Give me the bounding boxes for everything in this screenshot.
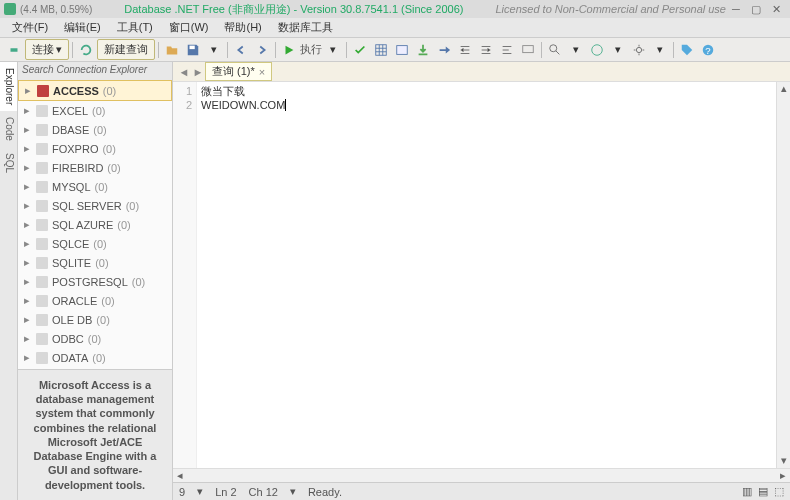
menu-edit[interactable]: 编辑(E) bbox=[56, 18, 109, 37]
expand-icon[interactable]: ▸ bbox=[24, 199, 32, 212]
left-tab-sql[interactable]: SQL bbox=[0, 147, 17, 179]
expand-icon[interactable]: ▸ bbox=[24, 294, 32, 307]
sidebar-search[interactable]: Search Connection Explorer bbox=[18, 62, 172, 80]
globe-dropdown-icon[interactable]: ▾ bbox=[608, 40, 628, 60]
tab-next-icon[interactable]: ► bbox=[191, 65, 205, 79]
expand-icon[interactable]: ▸ bbox=[25, 84, 33, 97]
svg-rect-2 bbox=[397, 45, 408, 54]
redo-icon[interactable] bbox=[252, 40, 272, 60]
tag-icon[interactable] bbox=[677, 40, 697, 60]
expand-icon[interactable]: ▸ bbox=[24, 237, 32, 250]
db-item-postgresql[interactable]: ▸POSTGRESQL (0) bbox=[18, 272, 172, 291]
execute-dropdown-icon[interactable]: ▾ bbox=[323, 40, 343, 60]
line-gutter: 1 2 bbox=[173, 82, 197, 468]
left-tab-explorer[interactable]: Explorer bbox=[0, 62, 17, 111]
scroll-right-icon[interactable]: ▸ bbox=[776, 469, 790, 482]
expand-icon[interactable]: ▸ bbox=[24, 123, 32, 136]
format-icon[interactable] bbox=[497, 40, 517, 60]
undo-icon[interactable] bbox=[231, 40, 251, 60]
expand-icon[interactable]: ▸ bbox=[24, 218, 32, 231]
tab-prev-icon[interactable]: ◄ bbox=[177, 65, 191, 79]
svg-rect-0 bbox=[190, 45, 195, 49]
find-icon[interactable] bbox=[545, 40, 565, 60]
db-description: Microsoft Access is a database managemen… bbox=[18, 369, 172, 500]
code-editor[interactable]: 微当下载 WEIDOWN.COM bbox=[197, 82, 776, 468]
open-icon[interactable] bbox=[162, 40, 182, 60]
db-item-sql-server[interactable]: ▸SQL SERVER (0) bbox=[18, 196, 172, 215]
play-icon[interactable] bbox=[279, 40, 299, 60]
comment-icon[interactable] bbox=[518, 40, 538, 60]
db-name: POSTGRESQL bbox=[52, 276, 128, 288]
expand-icon[interactable]: ▸ bbox=[24, 161, 32, 174]
refresh-icon[interactable] bbox=[76, 40, 96, 60]
db-item-oracle[interactable]: ▸ORACLE (0) bbox=[18, 291, 172, 310]
menu-dbtools[interactable]: 数据库工具 bbox=[270, 18, 341, 37]
horizontal-scrollbar[interactable]: ◂ ▸ bbox=[173, 468, 790, 482]
db-item-access[interactable]: ▸ACCESS (0) bbox=[18, 80, 172, 101]
indent-left-icon[interactable] bbox=[455, 40, 475, 60]
find-dropdown-icon[interactable]: ▾ bbox=[566, 40, 586, 60]
db-count: (0) bbox=[95, 257, 108, 269]
db-item-sqlite[interactable]: ▸SQLITE (0) bbox=[18, 253, 172, 272]
db-item-odbc[interactable]: ▸ODBC (0) bbox=[18, 329, 172, 348]
scroll-left-icon[interactable]: ◂ bbox=[173, 469, 187, 482]
save-icon[interactable] bbox=[183, 40, 203, 60]
help-icon[interactable]: ? bbox=[698, 40, 718, 60]
db-name: ORACLE bbox=[52, 295, 97, 307]
db-item-excel[interactable]: ▸EXCEL (0) bbox=[18, 101, 172, 120]
menu-file[interactable]: 文件(F) bbox=[4, 18, 56, 37]
new-query-button[interactable]: 新建查询 bbox=[97, 39, 155, 60]
left-tab-code[interactable]: Code bbox=[0, 111, 17, 147]
arrow-right-icon[interactable] bbox=[434, 40, 454, 60]
expand-icon[interactable]: ▸ bbox=[24, 275, 32, 288]
minimize-button[interactable]: ─ bbox=[726, 3, 746, 15]
status-btn-1[interactable]: ▥ bbox=[742, 485, 752, 498]
expand-icon[interactable]: ▸ bbox=[24, 313, 32, 326]
menu-window[interactable]: 窗口(W) bbox=[161, 18, 217, 37]
vertical-scrollbar[interactable]: ▴ ▾ bbox=[776, 82, 790, 468]
db-item-dbase[interactable]: ▸DBASE (0) bbox=[18, 120, 172, 139]
database-icon bbox=[36, 143, 48, 155]
db-item-mysql[interactable]: ▸MYSQL (0) bbox=[18, 177, 172, 196]
save-dropdown-icon[interactable]: ▾ bbox=[204, 40, 224, 60]
maximize-button[interactable]: ▢ bbox=[746, 3, 766, 16]
scroll-down-icon[interactable]: ▾ bbox=[777, 454, 790, 468]
db-list: ▸ACCESS (0)▸EXCEL (0)▸DBASE (0)▸FOXPRO (… bbox=[18, 80, 172, 369]
close-button[interactable]: ✕ bbox=[766, 3, 786, 16]
tab-close-icon[interactable]: × bbox=[259, 66, 265, 78]
menu-help[interactable]: 帮助(H) bbox=[216, 18, 269, 37]
db-name: FOXPRO bbox=[52, 143, 98, 155]
menu-tools[interactable]: 工具(T) bbox=[109, 18, 161, 37]
database-icon bbox=[36, 238, 48, 250]
globe-icon[interactable] bbox=[587, 40, 607, 60]
expand-icon[interactable]: ▸ bbox=[24, 142, 32, 155]
grid-icon[interactable] bbox=[371, 40, 391, 60]
db-item-firebird[interactable]: ▸FIREBIRD (0) bbox=[18, 158, 172, 177]
db-item-odata[interactable]: ▸ODATA (0) bbox=[18, 348, 172, 367]
settings-icon[interactable] bbox=[629, 40, 649, 60]
scroll-up-icon[interactable]: ▴ bbox=[777, 82, 790, 96]
connect-button[interactable]: 连接▾ bbox=[25, 39, 69, 60]
check-icon[interactable] bbox=[350, 40, 370, 60]
status-btn-2[interactable]: ▤ bbox=[758, 485, 768, 498]
export-icon[interactable] bbox=[413, 40, 433, 60]
settings-dropdown-icon[interactable]: ▾ bbox=[650, 40, 670, 60]
db-item-foxpro[interactable]: ▸FOXPRO (0) bbox=[18, 139, 172, 158]
db-item-ole-db[interactable]: ▸OLE DB (0) bbox=[18, 310, 172, 329]
expand-icon[interactable]: ▸ bbox=[24, 332, 32, 345]
database-icon bbox=[36, 219, 48, 231]
db-item-sqlce[interactable]: ▸SQLCE (0) bbox=[18, 234, 172, 253]
expand-icon[interactable]: ▸ bbox=[24, 351, 32, 364]
editor-tab-query1[interactable]: 查询 (1)* × bbox=[205, 62, 272, 81]
db-item-sql-azure[interactable]: ▸SQL AZURE (0) bbox=[18, 215, 172, 234]
plug-icon[interactable] bbox=[4, 40, 24, 60]
db-name: SQLCE bbox=[52, 238, 89, 250]
expand-icon[interactable]: ▸ bbox=[24, 104, 32, 117]
table-icon[interactable] bbox=[392, 40, 412, 60]
editor-area: ◄ ► 查询 (1)* × 1 2 微当下载 WEIDOWN.COM ▴ ▾ ◂ bbox=[173, 62, 790, 500]
status-btn-3[interactable]: ⬚ bbox=[774, 485, 784, 498]
expand-icon[interactable]: ▸ bbox=[24, 180, 32, 193]
status-sep2: ▾ bbox=[290, 485, 296, 498]
expand-icon[interactable]: ▸ bbox=[24, 256, 32, 269]
indent-right-icon[interactable] bbox=[476, 40, 496, 60]
